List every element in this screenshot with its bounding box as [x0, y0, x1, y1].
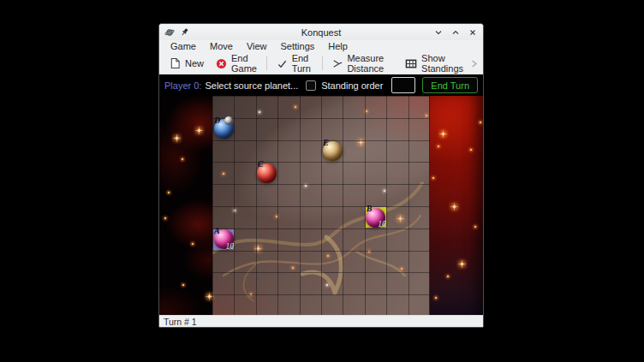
new-document-icon [170, 57, 181, 69]
toolbar-button-label: New [185, 58, 204, 68]
player-label: Player 0: [164, 80, 201, 91]
space-left [159, 96, 212, 315]
planet-name-label: C [258, 160, 264, 169]
show-standings-icon [405, 58, 417, 69]
toolbar-overflow-chevron-right-icon[interactable] [469, 59, 479, 68]
planet-cell-c[interactable]: C [257, 163, 277, 183]
end-game-button[interactable]: End Game [210, 50, 263, 76]
toolbar-button-label: Show Standings [421, 53, 463, 74]
end-turn-action-button[interactable]: End Turn [422, 77, 478, 93]
planet-cell-d[interactable]: D [213, 119, 234, 139]
star-sparkle [208, 295, 211, 298]
toolbar-button-label: Measure Distance [347, 53, 393, 74]
window-title: Konquest [242, 27, 401, 38]
planet-cell-e[interactable]: E [322, 141, 343, 162]
planet-name-label: D [214, 116, 220, 125]
desktop-background: Konquest Game Move View Settings Help [0, 0, 644, 362]
message-bar: Player 0: Select source planet... Standi… [159, 74, 483, 96]
star-sparkle [182, 284, 184, 286]
star-sparkle [176, 137, 178, 139]
statusbar: Turn # 1 [159, 315, 483, 327]
star-sparkle [480, 122, 481, 123]
planet-cell-b[interactable]: B10 [366, 207, 386, 228]
menu-game[interactable]: Game [164, 40, 202, 53]
planet-name-label: B [367, 205, 373, 213]
show-standings-button[interactable]: Show Standings [399, 50, 469, 76]
minimize-button[interactable] [433, 27, 444, 38]
space-right [430, 96, 483, 315]
moon [224, 116, 233, 125]
planet-ship-count: 10 [226, 243, 235, 252]
star-sparkle [461, 263, 463, 265]
star-sparkle [168, 192, 170, 193]
toolbar-button-label: End Turn [292, 53, 313, 74]
star-sparkle [438, 145, 439, 147]
planet-name-label: E [323, 139, 329, 147]
maximize-button[interactable] [450, 27, 461, 38]
standing-order-checkbox[interactable] [306, 80, 316, 91]
titlebar[interactable]: Konquest [159, 24, 483, 40]
toolbar-separator [266, 56, 267, 70]
new-button[interactable]: New [164, 55, 210, 72]
star-sparkle [474, 226, 476, 228]
star-sparkle [198, 129, 200, 132]
close-button[interactable] [468, 27, 478, 38]
star-sparkle [192, 243, 194, 245]
measure-distance-button[interactable]: Measure Distance [325, 50, 399, 76]
planet-layer: DECB10A10 [212, 96, 430, 315]
toolbar-button-label: End Game [231, 53, 257, 74]
measure-distance-icon [331, 58, 343, 69]
status-message: Select source planet... [205, 80, 298, 91]
star-sparkle [470, 149, 472, 151]
star-sparkle [442, 133, 444, 135]
konquest-window: Konquest Game Move View Settings Help [158, 23, 484, 328]
planet-name-label: A [214, 227, 220, 235]
standing-order-label: Standing order [321, 80, 383, 91]
toolbar: New End Game End Turn [159, 53, 483, 74]
turn-counter: Turn # 1 [164, 317, 197, 327]
planet-cell-a[interactable]: A10 [213, 229, 234, 250]
end-turn-check-icon [277, 58, 288, 69]
star-sparkle [164, 217, 166, 219]
star-sparkle [432, 177, 434, 179]
star-sparkle [453, 205, 456, 208]
end-game-icon [216, 58, 227, 69]
star-sparkle [182, 158, 183, 160]
ship-count-input[interactable] [391, 77, 415, 93]
star-sparkle [447, 276, 449, 277]
game-board[interactable]: DECB10A10 [159, 96, 483, 315]
toolbar-separator [322, 56, 323, 70]
planet-ship-count: 10 [378, 221, 386, 229]
star-sparkle [435, 297, 437, 299]
konquest-app-icon [164, 27, 175, 38]
end-turn-button[interactable]: End Turn [271, 50, 319, 76]
pin-icon[interactable] [180, 27, 189, 37]
